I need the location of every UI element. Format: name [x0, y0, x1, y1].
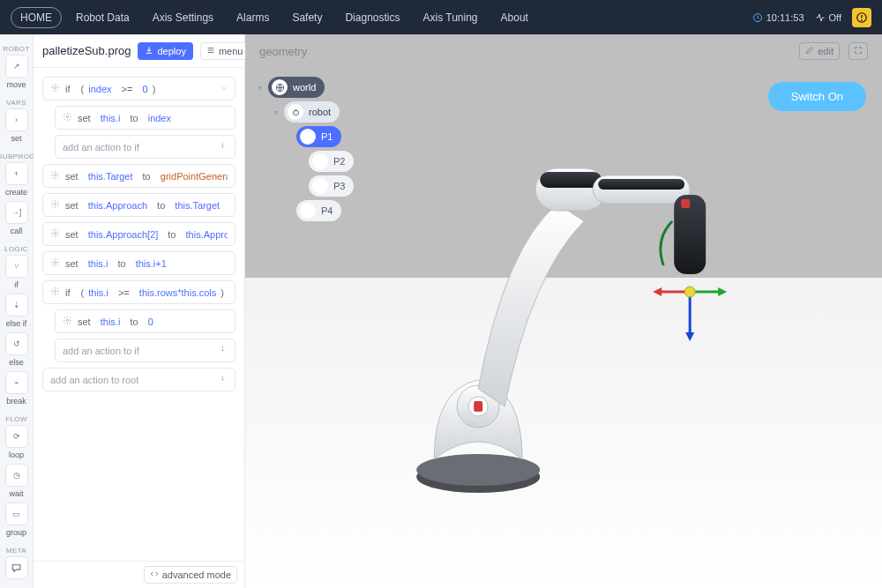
tok-gridgen: gridPointGenerate(this.Point1, this.	[161, 171, 228, 182]
tool-break[interactable]: ⌁ break	[4, 371, 29, 406]
main-area: ROBOT ↗ move VARS › set SUBPROG + create…	[0, 34, 882, 588]
edit-icon	[805, 46, 814, 56]
tool-wait[interactable]: ◷ wait	[4, 464, 29, 498]
switch-on-button[interactable]: Switch On	[768, 82, 866, 111]
edit-button[interactable]: edit	[799, 42, 840, 60]
tree-row-p2[interactable]: P2	[309, 151, 354, 172]
tree-row-p4[interactable]: P4	[296, 200, 354, 221]
gear-icon	[50, 83, 60, 94]
status-power: Off	[815, 12, 841, 23]
tree-row-world[interactable]: ▾ world	[254, 77, 354, 98]
if-body-2: set this.i to 0 add an action to if	[55, 309, 235, 362]
tool-if[interactable]: ⑂ if	[4, 255, 29, 289]
scene-panel: geometry edit Switch On ▾	[245, 34, 882, 588]
tool-comment[interactable]	[4, 556, 29, 579]
block-set-thisi-zero[interactable]: set this.i to 0	[55, 309, 235, 333]
tree-world-label: world	[293, 82, 316, 93]
insert-icon	[218, 374, 228, 385]
tool-group[interactable]: ▭ group	[4, 502, 29, 537]
tree-robot-chip[interactable]: robot	[284, 101, 340, 123]
nav-diagnostics[interactable]: Diagnostics	[336, 8, 408, 27]
svg-rect-17	[474, 401, 482, 412]
tool-sidebar: ROBOT ↗ move VARS › set SUBPROG + create…	[0, 34, 34, 588]
tree-p4-chip[interactable]: P4	[296, 200, 341, 221]
svg-point-8	[54, 261, 56, 264]
svg-point-2	[862, 19, 863, 20]
tool-move[interactable]: ↗ move	[4, 55, 29, 89]
set-keyword: set	[65, 229, 78, 240]
tool-loop[interactable]: ⟳ loop	[4, 425, 29, 459]
tok-thisi3: this.i	[88, 287, 108, 298]
point-icon	[300, 203, 316, 219]
activity-icon	[815, 12, 826, 23]
warning-badge[interactable]	[852, 8, 871, 27]
menu-icon	[206, 46, 215, 56]
tool-create[interactable]: + create	[4, 162, 29, 197]
tree-p1-chip[interactable]: P1	[296, 126, 341, 147]
add-action-root[interactable]: add an action to root	[42, 368, 235, 391]
block-set-target[interactable]: set this.Target to gridPointGenerate(thi…	[42, 164, 235, 188]
tool-else[interactable]: ↺ else	[4, 332, 29, 367]
tree-row-p1[interactable]: P1	[296, 126, 354, 147]
fullscreen-icon	[854, 46, 863, 56]
comment-icon	[5, 556, 28, 579]
paren-open: (	[81, 84, 85, 94]
tok-index2: index	[148, 113, 171, 123]
status-time: 10:11:53	[752, 12, 804, 23]
block-set-thisi-inc[interactable]: set this.i to this.i+1	[42, 251, 235, 275]
tool-elseif[interactable]: ⇣ else if	[4, 294, 29, 328]
add-action-if-1[interactable]: add an action to if	[55, 135, 235, 159]
nav-safety[interactable]: Safety	[283, 8, 331, 27]
to-keyword: to	[157, 200, 165, 211]
svg-marker-25	[685, 332, 694, 341]
block-set-thisi[interactable]: set this.i to index	[55, 106, 235, 130]
tree-world-chip[interactable]: world	[268, 77, 325, 98]
tree-row-p3[interactable]: P3	[309, 175, 354, 197]
tok-thisi2: this.i	[88, 258, 108, 269]
sb-section-subprog: SUBPROG	[0, 153, 35, 160]
chevron-down-icon[interactable]: ▾	[254, 83, 265, 93]
tool-set[interactable]: › set	[4, 108, 29, 143]
tree-robot-label: robot	[309, 107, 331, 117]
fullscreen-button[interactable]	[848, 42, 868, 60]
block-if-index[interactable]: if ( index >= 0 )	[42, 77, 235, 100]
tree-p3-chip[interactable]: P3	[309, 175, 354, 197]
menu-button[interactable]: menu	[200, 42, 250, 60]
block-if-rows-cols[interactable]: if ( this.i >= this.rows*this.cols )	[42, 280, 235, 304]
nav-axis-tuning[interactable]: Axis Tuning	[414, 8, 486, 27]
gear-icon	[63, 112, 72, 123]
tree-p2-label: P2	[333, 156, 345, 167]
chevron-down-icon[interactable]	[220, 83, 229, 94]
tool-move-label: move	[6, 80, 26, 89]
chevron-down-icon[interactable]: ▾	[270, 108, 280, 117]
block-set-approach[interactable]: set this.Approach to this.Target	[42, 193, 235, 217]
paren-close: )	[220, 287, 224, 298]
nav-home[interactable]: HOME	[11, 7, 62, 28]
menu-label: menu	[219, 46, 243, 56]
nav-alarms[interactable]: Alarms	[228, 8, 278, 27]
tok-thisi: this.i	[101, 113, 121, 123]
else-icon: ↺	[5, 332, 28, 355]
if-keyword: if	[65, 287, 71, 298]
scene-tree: ▾ world ▾ robot	[254, 77, 354, 225]
advanced-mode-button[interactable]: advanced mode	[144, 566, 237, 584]
nav-robot-data[interactable]: Robot Data	[67, 8, 138, 27]
sb-section-meta: META	[6, 547, 26, 555]
tok-target2: this.Target	[175, 200, 220, 211]
deploy-button[interactable]: deploy	[138, 42, 192, 60]
svg-rect-22	[674, 195, 706, 274]
point-icon	[312, 178, 328, 194]
svg-point-7	[54, 232, 56, 234]
block-set-approach2[interactable]: set this.Approach[2] to this.Approach[2]…	[42, 222, 235, 246]
tool-call[interactable]: →] call	[4, 201, 29, 235]
tok-approach-idx: this.Approach[2]	[88, 229, 159, 240]
to-keyword: to	[130, 316, 138, 327]
tree-p2-chip[interactable]: P2	[309, 151, 354, 172]
nav-axis-settings[interactable]: Axis Settings	[144, 8, 222, 27]
elseif-icon: ⇣	[5, 294, 28, 316]
nav-about[interactable]: About	[492, 8, 537, 27]
add-action-if-2[interactable]: add an action to if	[55, 339, 235, 362]
break-icon: ⌁	[5, 371, 28, 394]
tree-row-robot[interactable]: ▾ robot	[270, 101, 354, 123]
svg-point-4	[66, 115, 69, 118]
